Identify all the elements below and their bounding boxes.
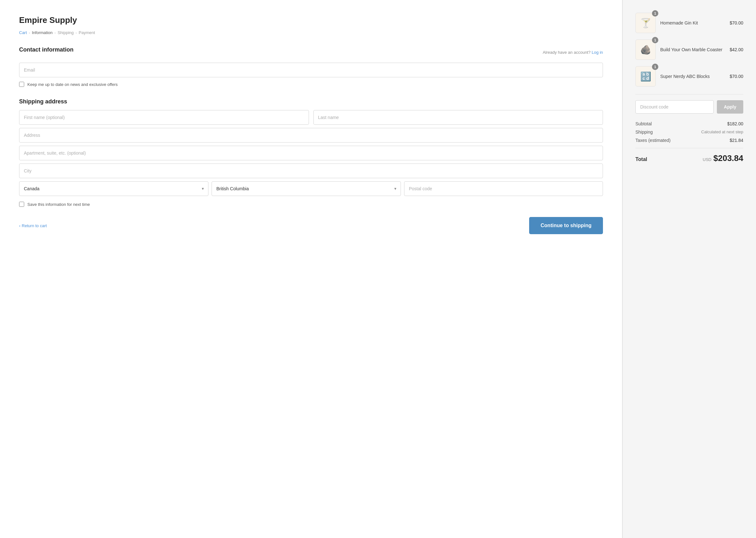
product-image: 🪨 bbox=[635, 39, 656, 60]
province-select-wrapper: British Columbia Ontario Quebec Alberta … bbox=[212, 181, 401, 196]
subtotal-value: $182.00 bbox=[727, 121, 743, 126]
save-info-checkbox[interactable] bbox=[19, 202, 24, 207]
contact-section: Contact information Already have an acco… bbox=[19, 46, 603, 87]
total-row: Total USD $203.84 bbox=[635, 148, 743, 163]
apply-discount-button[interactable]: Apply bbox=[717, 100, 743, 114]
postal-code-field[interactable] bbox=[404, 181, 603, 196]
first-name-field[interactable] bbox=[19, 110, 309, 125]
shipping-value: Calculated at next step bbox=[701, 130, 743, 134]
subtotal-label: Subtotal bbox=[635, 121, 652, 126]
product-list: 🍸 1 Homemade Gin Kit $70.00 🪨 1 Build Yo… bbox=[635, 13, 743, 86]
store-title: Empire Supply bbox=[19, 15, 603, 25]
product-divider bbox=[635, 94, 743, 94]
breadcrumb-chevron-1: › bbox=[29, 31, 30, 35]
product-name: Build Your Own Marble Coaster bbox=[660, 47, 725, 52]
save-info-label[interactable]: Save this information for next time bbox=[27, 202, 90, 207]
breadcrumb-cart[interactable]: Cart bbox=[19, 30, 27, 35]
country-select[interactable]: Canada United States United Kingdom bbox=[19, 181, 208, 196]
breadcrumb-payment: Payment bbox=[79, 30, 95, 35]
footer-actions: ‹ Return to cart Continue to shipping bbox=[19, 217, 603, 234]
product-image-wrap: 🔡 1 bbox=[635, 66, 656, 86]
product-price: $42.00 bbox=[729, 47, 743, 52]
log-in-link[interactable]: Log in bbox=[592, 50, 603, 55]
product-image: 🔡 bbox=[635, 66, 656, 86]
total-value-wrap: USD $203.84 bbox=[703, 153, 743, 163]
product-badge: 1 bbox=[652, 10, 658, 17]
province-select[interactable]: British Columbia Ontario Quebec Alberta bbox=[212, 181, 401, 196]
product-price: $70.00 bbox=[729, 20, 743, 26]
taxes-value: $21.84 bbox=[729, 138, 743, 143]
newsletter-row: Keep me up to date on news and exclusive… bbox=[19, 82, 603, 87]
address-field[interactable] bbox=[19, 128, 603, 142]
save-info-row: Save this information for next time bbox=[19, 202, 603, 207]
taxes-row: Taxes (estimated) $21.84 bbox=[635, 138, 743, 143]
breadcrumb-information: Information bbox=[32, 30, 52, 35]
total-currency: USD bbox=[703, 157, 712, 162]
product-item: 🪨 1 Build Your Own Marble Coaster $42.00 bbox=[635, 39, 743, 60]
contact-section-title: Contact information bbox=[19, 46, 74, 53]
continue-to-shipping-button[interactable]: Continue to shipping bbox=[529, 217, 603, 234]
shipping-section: Shipping address Canada United States bbox=[19, 98, 603, 207]
discount-row: Apply bbox=[635, 100, 743, 114]
product-item: 🍸 1 Homemade Gin Kit $70.00 bbox=[635, 13, 743, 33]
taxes-label: Taxes (estimated) bbox=[635, 138, 671, 143]
total-amount: $203.84 bbox=[713, 153, 743, 163]
country-select-wrapper: Canada United States United Kingdom ▼ bbox=[19, 181, 208, 196]
apartment-field[interactable] bbox=[19, 146, 603, 160]
return-label: Return to cart bbox=[22, 223, 47, 228]
total-label: Total bbox=[635, 157, 647, 162]
newsletter-label[interactable]: Keep me up to date on news and exclusive… bbox=[27, 82, 118, 87]
product-image: 🍸 bbox=[635, 13, 656, 33]
email-field[interactable] bbox=[19, 63, 603, 77]
account-prompt: Already have an account? Log in bbox=[543, 50, 603, 55]
breadcrumb-shipping: Shipping bbox=[58, 30, 74, 35]
product-name: Homemade Gin Kit bbox=[660, 20, 725, 26]
return-to-cart-link[interactable]: ‹ Return to cart bbox=[19, 223, 47, 228]
product-item: 🔡 1 Super Nerdy ABC Blocks $70.00 bbox=[635, 66, 743, 86]
subtotal-row: Subtotal $182.00 bbox=[635, 121, 743, 126]
shipping-section-title: Shipping address bbox=[19, 98, 603, 105]
breadcrumb-chevron-3: › bbox=[76, 31, 77, 35]
discount-code-input[interactable] bbox=[635, 100, 714, 114]
city-field[interactable] bbox=[19, 164, 603, 178]
breadcrumb: Cart › Information › Shipping › Payment bbox=[19, 30, 603, 35]
shipping-row: Shipping Calculated at next step bbox=[635, 130, 743, 134]
product-image-wrap: 🍸 1 bbox=[635, 13, 656, 33]
product-badge: 1 bbox=[652, 37, 658, 43]
product-badge: 1 bbox=[652, 64, 658, 70]
newsletter-checkbox[interactable] bbox=[19, 82, 24, 87]
left-chevron-icon: ‹ bbox=[19, 223, 20, 228]
last-name-field[interactable] bbox=[313, 110, 603, 125]
product-image-wrap: 🪨 1 bbox=[635, 39, 656, 60]
product-name: Super Nerdy ABC Blocks bbox=[660, 74, 725, 79]
product-price: $70.00 bbox=[729, 74, 743, 79]
breadcrumb-chevron-2: › bbox=[54, 31, 56, 35]
shipping-label: Shipping bbox=[635, 130, 653, 134]
